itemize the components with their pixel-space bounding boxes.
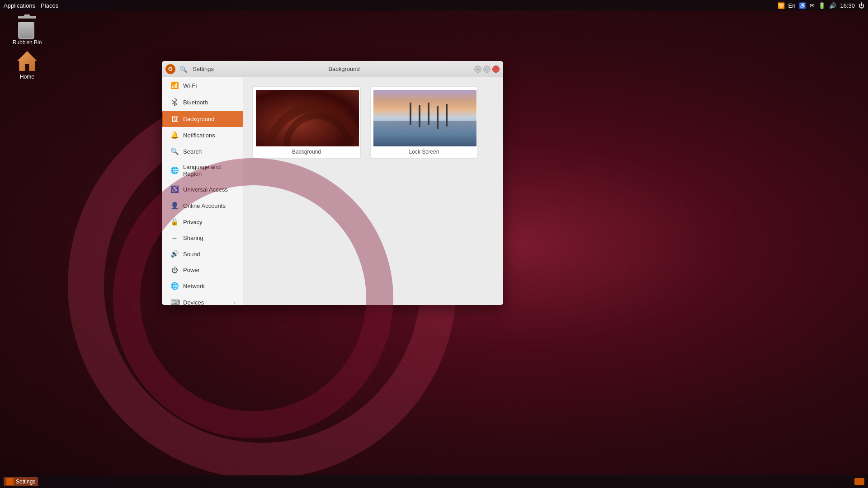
devices-arrow-icon: › — [234, 300, 236, 305]
sidebar-sound-label: Sound — [183, 251, 236, 258]
sidebar-power-label: Power — [183, 267, 236, 273]
sidebar-item-background[interactable]: 🖼 Background — [162, 111, 243, 127]
background-wallpaper-thumb — [256, 90, 359, 146]
background-wallpaper-label: Background — [256, 149, 357, 155]
sidebar-universal-access-label: Universal Access — [183, 186, 236, 193]
sidebar-devices-label: Devices — [183, 299, 229, 305]
trash-graphic — [18, 14, 36, 39]
clock: 16:30 — [840, 2, 855, 9]
sidebar-item-bluetooth[interactable]: Bluetooth — [162, 94, 243, 111]
wifi-icon: 📶 — [170, 81, 179, 89]
sidebar-item-wifi[interactable]: 📶 Wi-Fi — [162, 77, 243, 94]
title-bar-left: ⚙ 🔍 Settings — [165, 64, 214, 74]
applications-menu[interactable]: Applications — [4, 2, 35, 9]
mail-icon: ✉ — [810, 2, 815, 9]
sound-icon: 🔊 — [170, 250, 179, 258]
places-menu[interactable]: Places — [41, 2, 58, 9]
taskbar-settings-icon — [6, 478, 14, 485]
window-body: 📶 Wi-Fi Bluetooth 🖼 Background — [162, 77, 503, 305]
universal-access-icon: ♿ — [170, 185, 179, 193]
rubbish-bin-icon[interactable]: Rubbish Bin — [9, 16, 45, 46]
power-menu-icon[interactable]: ⏻ — [859, 2, 864, 9]
lockscreen-wallpaper-card[interactable]: Lock Screen — [370, 86, 478, 159]
sidebar-item-language[interactable]: 🌐 Language and Region — [162, 160, 243, 181]
wallpaper-grid: Background Lock Screen — [252, 86, 494, 159]
home-label: Home — [20, 74, 34, 80]
sidebar-wifi-label: Wi-Fi — [183, 82, 236, 89]
settings-gear-icon: ⚙ — [165, 64, 175, 74]
notifications-icon: 🔔 — [170, 131, 179, 139]
sidebar-notifications-label: Notifications — [183, 132, 236, 139]
sidebar-search-label: Search — [183, 148, 236, 155]
trash-body — [18, 22, 34, 39]
sidebar-background-label: Background — [183, 116, 236, 122]
devices-icon: ⌨ — [170, 298, 179, 305]
main-content: Background Lock Screen — [243, 77, 503, 305]
home-image — [16, 50, 38, 72]
sidebar-item-devices[interactable]: ⌨ Devices › — [162, 294, 243, 305]
home-folder-icon[interactable]: Home — [9, 50, 45, 80]
title-bar: ⚙ 🔍 Settings Background – □ × — [162, 61, 503, 77]
lockscreen-wallpaper-thumb — [373, 90, 476, 146]
settings-window: ⚙ 🔍 Settings Background – □ × 📶 Wi-Fi — [162, 61, 503, 305]
language-icon: 🌐 — [170, 166, 179, 174]
desktop: Applications Places 🛜 En ♿ ✉ 🔋 🔊 16:30 ⏻… — [0, 0, 868, 488]
background-icon: 🖼 — [170, 115, 179, 123]
sharing-icon: ↔ — [170, 234, 179, 242]
language-indicator: En — [788, 2, 796, 9]
sidebar-item-privacy[interactable]: 🔒 Privacy — [162, 214, 243, 230]
rubbish-bin-label: Rubbish Bin — [13, 39, 42, 46]
background-wallpaper-preview — [256, 90, 359, 146]
titlebar-search-button[interactable]: 🔍 — [178, 64, 188, 74]
volume-icon: 🔊 — [829, 2, 836, 9]
panel-left: Applications Places — [4, 2, 58, 9]
taskbar-settings-label: Settings — [16, 479, 35, 485]
power-icon: ⏻ — [170, 266, 179, 274]
settings-title-label: Settings — [193, 66, 214, 72]
sidebar-item-online-accounts[interactable]: 👤 Online Accounts — [162, 197, 243, 214]
taskbar: Settings — [0, 475, 868, 488]
network-icon: 🌐 — [170, 282, 179, 290]
panel-right: 🛜 En ♿ ✉ 🔋 🔊 16:30 ⏻ — [778, 2, 864, 9]
sidebar-network-label: Network — [183, 283, 236, 290]
privacy-icon: 🔒 — [170, 218, 179, 226]
sidebar-item-network[interactable]: 🌐 Network — [162, 278, 243, 294]
sidebar-item-sharing[interactable]: ↔ Sharing — [162, 230, 243, 246]
wifi-status-icon: 🛜 — [778, 2, 785, 9]
battery-icon: 🔋 — [818, 2, 826, 9]
taskbar-settings-button[interactable]: Settings — [4, 477, 38, 486]
accessibility-icon: ♿ — [799, 2, 806, 9]
sidebar-item-power[interactable]: ⏻ Power — [162, 262, 243, 278]
online-accounts-icon: 👤 — [170, 202, 179, 210]
home-graphic — [17, 51, 37, 71]
lockscreen-wallpaper-label: Lock Screen — [373, 149, 475, 155]
sidebar-language-label: Language and Region — [183, 164, 236, 177]
sidebar-sharing-label: Sharing — [183, 235, 236, 241]
desktop-icons-area: Rubbish Bin Home — [9, 16, 45, 80]
maximize-button[interactable]: □ — [483, 66, 491, 73]
sidebar-item-notifications[interactable]: 🔔 Notifications — [162, 127, 243, 143]
sidebar-item-sound[interactable]: 🔊 Sound — [162, 246, 243, 262]
top-panel: Applications Places 🛜 En ♿ ✉ 🔋 🔊 16:30 ⏻ — [0, 0, 868, 11]
close-button[interactable]: × — [492, 66, 500, 73]
sidebar-item-search[interactable]: 🔍 Search — [162, 143, 243, 160]
lockscreen-wallpaper-preview — [373, 90, 476, 146]
trash-lid — [18, 16, 36, 19]
sidebar-item-universal-access[interactable]: ♿ Universal Access — [162, 181, 243, 197]
settings-sidebar: 📶 Wi-Fi Bluetooth 🖼 Background — [162, 77, 243, 305]
bluetooth-icon — [170, 98, 179, 107]
sidebar-online-accounts-label: Online Accounts — [183, 202, 236, 209]
page-title: Background — [214, 66, 474, 72]
sidebar-bluetooth-label: Bluetooth — [183, 99, 236, 106]
rubbish-bin-image — [16, 16, 38, 38]
window-controls: – □ × — [474, 66, 500, 73]
taskbar-right-widget — [854, 478, 864, 485]
sidebar-privacy-label: Privacy — [183, 219, 236, 225]
search-sidebar-icon: 🔍 — [170, 147, 179, 155]
minimize-button[interactable]: – — [474, 66, 481, 73]
background-wallpaper-card[interactable]: Background — [252, 86, 361, 159]
